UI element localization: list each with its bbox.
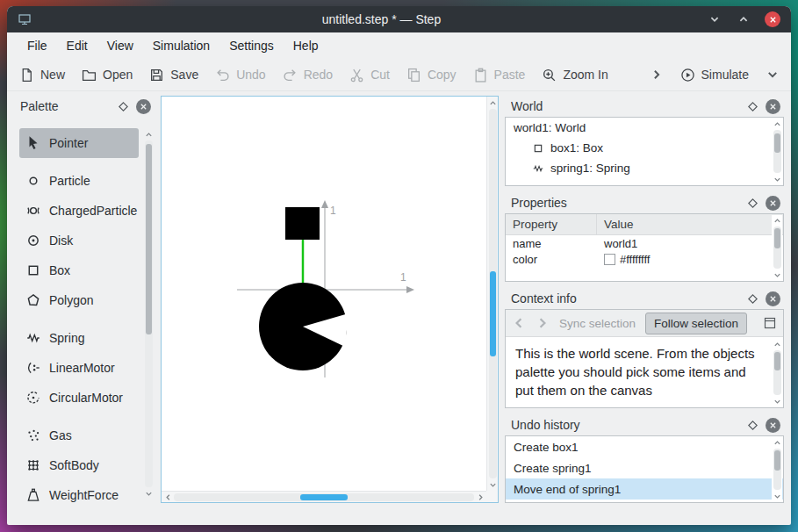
scrollbar-track[interactable]: [489, 109, 497, 478]
scroll-right-icon[interactable]: [475, 492, 485, 502]
context-scrollbar[interactable]: [772, 339, 782, 406]
context-info-panel: Context info Sync selection Follow selec…: [505, 288, 784, 408]
scroll-left-icon[interactable]: [162, 492, 173, 502]
toolbar-overflow-icon[interactable]: [651, 68, 663, 81]
context-panel-header: Context info: [505, 288, 784, 309]
save-button[interactable]: Save: [149, 68, 198, 83]
close-panel-icon[interactable]: [766, 99, 780, 114]
palette-item-polygon[interactable]: Polygon: [19, 285, 139, 315]
close-panel-icon[interactable]: [766, 196, 780, 211]
back-icon[interactable]: [512, 316, 526, 330]
color-value-text: #ffffffff: [620, 253, 650, 266]
scroll-up-icon[interactable]: [143, 129, 154, 140]
toolbar-menu-icon[interactable]: [766, 68, 779, 81]
scrollbar-track[interactable]: [174, 493, 474, 501]
close-icon[interactable]: [765, 11, 780, 27]
menu-settings[interactable]: Settings: [221, 35, 282, 56]
scrollbar-track[interactable]: [145, 140, 153, 487]
close-panel-icon[interactable]: [136, 99, 151, 114]
scroll-up-icon[interactable]: [772, 339, 782, 349]
zoom-in-button-label: Zoom In: [563, 68, 607, 82]
palette-scrollbar[interactable]: [143, 129, 154, 499]
scrollbar-thumb[interactable]: [774, 450, 780, 471]
tree-item-box1[interactable]: box1: Box: [506, 138, 783, 158]
float-panel-icon[interactable]: [746, 100, 759, 113]
scrollbar-track[interactable]: [773, 449, 781, 490]
tree-item-spring1[interactable]: spring1: Spring: [506, 158, 783, 178]
float-panel-icon[interactable]: [746, 197, 759, 210]
tree-item-world1[interactable]: world1: World: [506, 118, 783, 138]
forward-icon[interactable]: [536, 316, 550, 330]
scrollbar-thumb[interactable]: [300, 494, 349, 500]
scroll-up-icon[interactable]: [487, 97, 498, 108]
scroll-down-icon[interactable]: [772, 491, 782, 501]
scroll-down-icon[interactable]: [772, 174, 782, 184]
palette-item-gas[interactable]: Gas: [19, 421, 139, 450]
scrollbar-thumb[interactable]: [774, 228, 780, 248]
canvas-horizontal-scrollbar[interactable]: [162, 491, 486, 502]
box-object[interactable]: [285, 207, 320, 240]
menu-help[interactable]: Help: [285, 35, 327, 56]
palette-item-softbody[interactable]: SoftBody: [19, 450, 139, 480]
menu-edit[interactable]: Edit: [59, 35, 96, 56]
undo-item-create-box1[interactable]: Create box1: [506, 436, 783, 457]
properties-scrollbar[interactable]: [772, 215, 782, 280]
menu-simulation[interactable]: Simulation: [145, 35, 218, 56]
scrollbar-track[interactable]: [773, 350, 781, 395]
close-panel-icon[interactable]: [766, 418, 780, 433]
float-panel-icon[interactable]: [746, 292, 759, 306]
follow-selection-button[interactable]: Follow selection: [645, 313, 747, 334]
zoom-in-button[interactable]: Zoom In: [542, 68, 607, 83]
undo-scrollbar[interactable]: [772, 437, 782, 501]
palette-item-linearmotor[interactable]: LinearMotor: [19, 353, 139, 383]
palette-item-box[interactable]: Box: [19, 255, 139, 285]
maximize-icon[interactable]: [736, 11, 751, 27]
scrollbar-thumb[interactable]: [774, 352, 780, 370]
property-value: world1: [597, 235, 783, 251]
canvas-vertical-scrollbar[interactable]: [486, 97, 498, 491]
palette-item-particle[interactable]: Particle: [19, 166, 139, 196]
scrollbar-thumb[interactable]: [490, 271, 496, 356]
scroll-down-icon[interactable]: [143, 488, 154, 499]
open-button[interactable]: Open: [82, 68, 133, 83]
table-row[interactable]: name world1: [506, 235, 783, 251]
table-row[interactable]: color #ffffffff: [506, 251, 783, 267]
palette-item-circularmotor[interactable]: CircularMotor: [19, 383, 139, 413]
palette-item-disk[interactable]: Disk: [19, 226, 139, 255]
scrollbar-thumb[interactable]: [774, 133, 780, 153]
scroll-down-icon[interactable]: [772, 396, 782, 406]
palette-title: Palette: [20, 99, 111, 113]
titlebar[interactable]: untitled.step * — Step: [7, 6, 791, 32]
undo-item-move-end-of-spring1[interactable]: Move end of spring1: [506, 478, 783, 500]
world-canvas[interactable]: 1 1: [161, 96, 499, 503]
scroll-up-icon[interactable]: [772, 215, 782, 226]
close-panel-icon[interactable]: [766, 291, 780, 306]
charged-particle-icon: [25, 203, 41, 219]
simulate-button[interactable]: Simulate: [680, 68, 749, 83]
property-name: color: [506, 251, 597, 267]
palette-item-pointer[interactable]: Pointer: [19, 128, 139, 158]
scrollbar-thumb[interactable]: [146, 144, 152, 334]
scroll-up-icon[interactable]: [772, 119, 782, 129]
disk-object[interactable]: [259, 283, 349, 370]
palette-item-weightforce[interactable]: WeightForce: [19, 480, 139, 503]
scroll-down-icon[interactable]: [487, 479, 498, 490]
column-header-value[interactable]: Value: [597, 214, 783, 234]
float-panel-icon[interactable]: [117, 100, 130, 113]
detach-panel-icon[interactable]: [763, 316, 777, 330]
new-button[interactable]: New: [19, 68, 65, 83]
palette-item-spring[interactable]: Spring: [19, 323, 139, 353]
world-scrollbar[interactable]: [772, 119, 782, 184]
minimize-icon[interactable]: [707, 11, 723, 27]
scroll-down-icon[interactable]: [772, 270, 782, 280]
palette-item-chargedparticle[interactable]: ChargedParticle: [19, 196, 139, 226]
scroll-up-icon[interactable]: [772, 437, 782, 448]
scrollbar-track[interactable]: [773, 130, 781, 173]
float-panel-icon[interactable]: [746, 419, 759, 432]
scrollbar-track[interactable]: [773, 226, 781, 269]
palette-item-label: WeightForce: [49, 488, 119, 502]
menu-file[interactable]: File: [19, 35, 55, 56]
column-header-property[interactable]: Property: [506, 214, 597, 234]
menu-view[interactable]: View: [99, 35, 141, 56]
undo-item-create-spring1[interactable]: Create spring1: [506, 457, 783, 478]
